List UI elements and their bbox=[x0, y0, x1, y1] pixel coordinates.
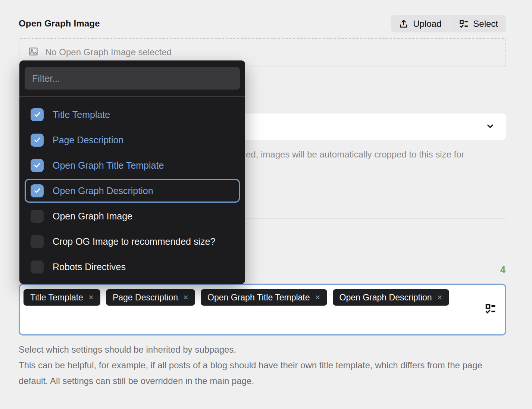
inherited-settings-input[interactable]: Title Template × Page Description × Open… bbox=[19, 284, 506, 335]
upload-button-label: Upload bbox=[413, 19, 441, 29]
option-label: Title Template bbox=[53, 109, 110, 120]
checklist-icon[interactable] bbox=[484, 303, 496, 316]
dropdown-options-list: Title Template Page Description Open Gra… bbox=[19, 97, 245, 279]
option-page-description[interactable]: Page Description bbox=[25, 128, 240, 152]
tag-og-description[interactable]: Open Graph Description × bbox=[333, 289, 449, 306]
image-icon bbox=[28, 46, 38, 58]
tag-title-template[interactable]: Title Template × bbox=[24, 289, 100, 306]
checkbox-unchecked-icon[interactable] bbox=[31, 235, 44, 248]
settings-multiselect-dropdown: Title Template Page Description Open Gra… bbox=[19, 60, 245, 284]
selected-count-badge: 4 bbox=[500, 264, 506, 275]
option-label: Open Graph Description bbox=[53, 185, 153, 196]
checkbox-unchecked-icon[interactable] bbox=[31, 260, 44, 274]
upload-button[interactable]: Upload bbox=[391, 15, 450, 32]
page-title: Open Graph Image bbox=[19, 18, 100, 29]
image-actions-group: Upload Select bbox=[391, 15, 506, 32]
option-og-title-template[interactable]: Open Graph Title Template bbox=[25, 153, 240, 177]
remove-tag-icon[interactable]: × bbox=[183, 293, 188, 302]
remove-tag-icon[interactable]: × bbox=[437, 293, 442, 302]
crop-help-text: ed, images will be automatically cropped… bbox=[246, 149, 464, 160]
checklist-icon bbox=[459, 19, 469, 29]
tag-og-title-template[interactable]: Open Graph Title Template × bbox=[201, 289, 327, 306]
chevron-down-icon bbox=[485, 121, 495, 133]
remove-tag-icon[interactable]: × bbox=[88, 293, 94, 302]
option-label: Open Graph Title Template bbox=[53, 160, 164, 171]
option-og-image[interactable]: Open Graph Image bbox=[25, 204, 240, 228]
tag-label: Open Graph Description bbox=[339, 293, 432, 303]
remove-tag-icon[interactable]: × bbox=[315, 293, 320, 302]
option-label: Page Description bbox=[53, 135, 123, 146]
select-button[interactable]: Select bbox=[450, 15, 506, 32]
checkbox-checked-icon[interactable] bbox=[31, 134, 44, 147]
help-line-2: This can be helpful, for example, if all… bbox=[19, 358, 502, 389]
upload-icon bbox=[399, 19, 409, 29]
option-label: Robots Directives bbox=[53, 262, 126, 272]
option-label: Crop OG Image to recommended size? bbox=[53, 236, 215, 247]
option-robots-directives[interactable]: Robots Directives bbox=[25, 255, 240, 279]
checkbox-checked-icon[interactable] bbox=[31, 159, 44, 172]
option-label: Open Graph Image bbox=[53, 211, 132, 222]
tag-label: Open Graph Title Template bbox=[207, 293, 310, 303]
select-button-label: Select bbox=[473, 19, 498, 29]
checkbox-checked-icon[interactable] bbox=[31, 184, 44, 197]
checkbox-unchecked-icon[interactable] bbox=[31, 210, 44, 223]
no-image-text: No Open Graph Image selected bbox=[45, 47, 172, 57]
option-title-template[interactable]: Title Template bbox=[25, 103, 240, 127]
tag-label: Title Template bbox=[30, 293, 83, 303]
checkbox-checked-icon[interactable] bbox=[31, 108, 44, 121]
filter-input[interactable] bbox=[25, 67, 240, 90]
help-line-1: Select which settings should be inherite… bbox=[19, 342, 502, 358]
option-crop-og-image[interactable]: Crop OG Image to recommended size? bbox=[25, 230, 240, 253]
inherit-help-text: Select which settings should be inherite… bbox=[19, 342, 502, 389]
tag-page-description[interactable]: Page Description × bbox=[106, 289, 195, 306]
tag-label: Page Description bbox=[113, 293, 178, 303]
option-og-description[interactable]: Open Graph Description bbox=[25, 179, 240, 203]
